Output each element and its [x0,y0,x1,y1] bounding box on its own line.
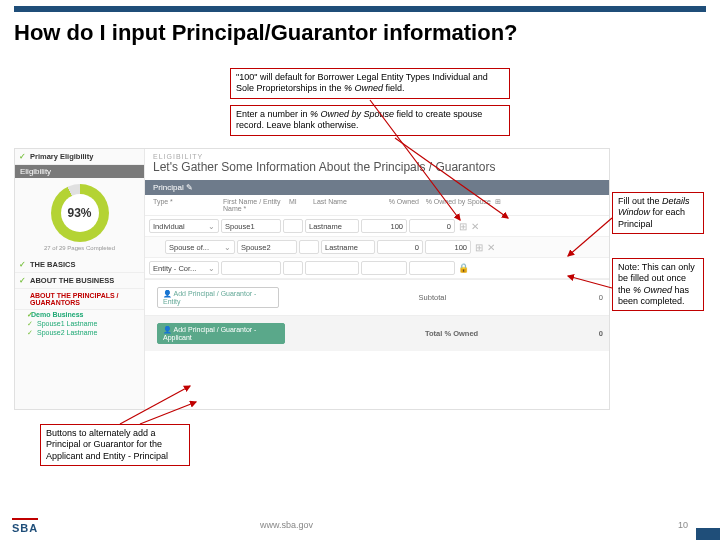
add-principal-entity-button[interactable]: 👤 Add Principal / Guarantor - Entity [157,287,279,308]
sidebar-about-business[interactable]: ABOUT THE BUSINESS [15,273,144,289]
last-name-input[interactable]: Lastname [321,240,375,254]
top-rule [14,6,706,12]
principal-row: Individual Spouse1 Lastname 100 0 ⊞ ✕ [145,216,609,237]
hdr-mi: MI [289,198,313,212]
page-number: 10 [678,520,688,530]
pct-spouse-input[interactable] [409,261,455,275]
grid-header: Type * First Name / Entity Name * MI Las… [145,195,609,216]
hdr-spouse: % Owned by Spouse [423,198,495,212]
callout-details-window: Fill out the Details Window for each Pri… [612,192,704,234]
main-panel: ELIGIBILITY Let's Gather Some Informatio… [145,149,609,409]
pct-owned-input[interactable]: 100 [361,219,407,233]
lock-icon: 🔒 [457,263,469,273]
subtotal-row: 👤 Add Principal / Guarantor - Entity Sub… [145,279,609,315]
sidebar: Primary Eligibility Eligibility 93% 27 o… [15,149,145,409]
add-principal-applicant-button[interactable]: 👤 Add Principal / Guarantor - Applicant [157,323,285,344]
sidebar-eligibility-band: Eligibility [15,165,144,178]
total-row: 👤 Add Principal / Guarantor - Applicant … [145,315,609,351]
pencil-icon[interactable]: ✎ [186,183,193,192]
hdr-first: First Name / Entity Name * [223,198,289,212]
total-value: 0 [556,329,603,338]
first-name-input[interactable]: Spouse1 [221,219,281,233]
progress-donut: 93% [51,184,109,242]
delete-icon[interactable]: ✕ [485,242,497,253]
footer-url: www.sba.gov [260,520,313,530]
callout-add-buttons: Buttons to alternately add a Principal o… [40,424,190,466]
type-select[interactable]: Entity - Cor... [149,261,219,275]
progress-caption: 27 of 29 Pages Completed [15,245,144,251]
subtotal-label: Subtotal [419,293,555,302]
type-select[interactable]: Individual [149,219,219,233]
principal-row: Spouse of... Spouse2 Lastname 0 100 ⊞ ✕ [145,237,609,258]
hdr-type: Type * [149,198,223,212]
hdr-pct: % Owned [371,198,423,212]
principal-row: Entity - Cor... 🔒 [145,258,609,279]
sidebar-about-principals[interactable]: ABOUT THE PRINCIPALS / GUARANTORS [15,289,144,310]
sidebar-primary-eligibility[interactable]: Primary Eligibility [15,149,144,165]
pct-owned-input[interactable] [361,261,407,275]
sba-logo: SBA [12,518,38,534]
sidebar-basics[interactable]: THE BASICS [15,257,144,273]
progress-donut-wrap: 93% 27 of 29 Pages Completed [15,178,144,257]
delete-icon[interactable]: ✕ [469,221,481,232]
total-label: Total % Owned [425,329,556,338]
pct-spouse-input[interactable]: 100 [425,240,471,254]
sidebar-demo-business[interactable]: Demo Business [15,310,144,319]
slide-title: How do I input Principal/Guarantor infor… [14,20,706,46]
mi-input[interactable] [283,261,303,275]
principal-bar: Principal ✎ [145,180,609,195]
sidebar-spouse2[interactable]: Spouse2 Lastname [15,328,144,337]
last-name-input[interactable]: Lastname [305,219,359,233]
callout-pct-spouse: Enter a number in % Owned by Spouse fiel… [230,105,510,136]
details-icon[interactable]: ⊞ [457,221,469,232]
type-select[interactable]: Spouse of... [165,240,235,254]
pct-spouse-input[interactable]: 0 [409,219,455,233]
progress-pct: 93% [51,206,109,220]
subtotal-value: 0 [554,293,603,302]
details-icon[interactable]: ⊞ [473,242,485,253]
last-name-input[interactable] [305,261,359,275]
app-screenshot: Primary Eligibility Eligibility 93% 27 o… [14,148,610,410]
first-name-input[interactable] [221,261,281,275]
callout-details-note: Note: This can only be filled out once t… [612,258,704,311]
first-name-input[interactable]: Spouse2 [237,240,297,254]
callout-pct-owned-default: "100" will default for Borrower Legal En… [230,68,510,99]
main-heading: Let's Gather Some Information About the … [145,160,609,180]
mi-input[interactable] [283,219,303,233]
corner-decoration [696,528,720,540]
pct-owned-input[interactable]: 0 [377,240,423,254]
mi-input[interactable] [299,240,319,254]
hdr-actions: ⊞ [495,198,523,212]
sidebar-spouse1[interactable]: Spouse1 Lastname [15,319,144,328]
eligibility-label: ELIGIBILITY [145,149,609,160]
hdr-last: Last Name [313,198,371,212]
